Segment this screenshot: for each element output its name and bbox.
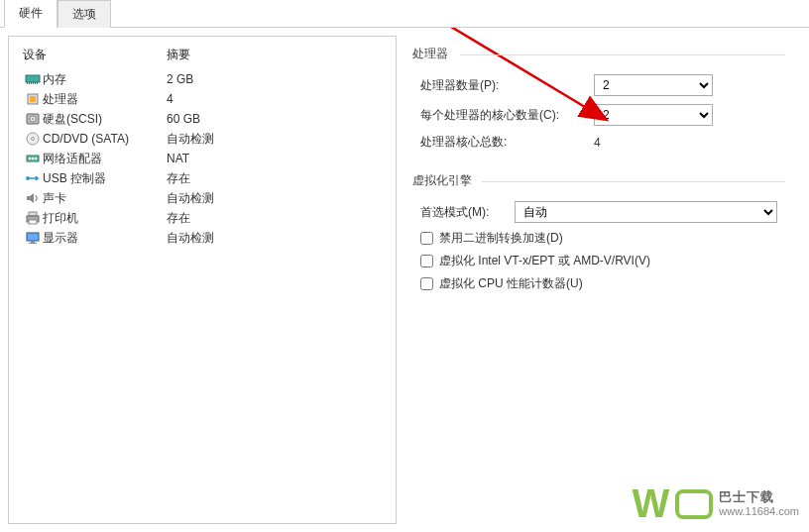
svg-rect-16 bbox=[32, 158, 34, 160]
svg-rect-6 bbox=[37, 82, 38, 84]
svg-rect-3 bbox=[31, 82, 32, 84]
cb-disable-accel[interactable] bbox=[420, 232, 433, 245]
network-icon bbox=[23, 152, 43, 165]
device-row[interactable]: CD/DVD (SATA)自动检测 bbox=[9, 129, 396, 149]
svg-rect-2 bbox=[29, 82, 30, 84]
settings-panel: 处理器 处理器数量(P): 2 每个处理器的核心数量(C): 2 处理器核 bbox=[397, 36, 801, 524]
device-row[interactable]: 内存2 GB bbox=[9, 69, 396, 89]
device-list-header: 设备 摘要 bbox=[9, 41, 396, 69]
tab-hardware[interactable]: 硬件 bbox=[4, 0, 58, 28]
group-engine-title: 虚拟化引擎 bbox=[412, 172, 785, 189]
watermark-title: 巴士下载 bbox=[719, 489, 799, 505]
device-summary: 存在 bbox=[167, 170, 386, 187]
device-name: 声卡 bbox=[43, 190, 167, 207]
device-name: 网络适配器 bbox=[43, 151, 167, 167]
device-row[interactable]: 打印机存在 bbox=[9, 208, 396, 228]
cb-virtualize-vt-label: 虚拟化 Intel VT-x/EPT 或 AMD-V/RVI(V) bbox=[439, 253, 650, 269]
device-list-panel: 设备 摘要 内存2 GB处理器4硬盘(SCSI)60 GBCD/DVD (SAT… bbox=[8, 36, 397, 524]
header-summary: 摘要 bbox=[167, 47, 386, 63]
device-name: 显示器 bbox=[43, 230, 167, 247]
device-row[interactable]: 处理器4 bbox=[9, 89, 396, 109]
cb-disable-accel-label: 禁用二进制转换加速(D) bbox=[439, 230, 563, 247]
watermark: W 巴士下载 www.11684.com bbox=[633, 481, 799, 526]
svg-point-13 bbox=[32, 138, 35, 141]
watermark-logo-box bbox=[675, 489, 713, 519]
cb-virtualize-vt[interactable] bbox=[420, 255, 433, 267]
svg-rect-25 bbox=[29, 243, 37, 244]
device-row[interactable]: 显示器自动检测 bbox=[9, 228, 396, 248]
device-row[interactable]: 硬盘(SCSI)60 GB bbox=[9, 109, 396, 129]
svg-rect-5 bbox=[35, 82, 36, 84]
device-summary: 自动检测 bbox=[167, 190, 386, 207]
device-summary: NAT bbox=[167, 152, 386, 165]
device-summary: 4 bbox=[167, 92, 386, 106]
device-row[interactable]: 网络适配器NAT bbox=[9, 149, 396, 168]
watermark-url: www.11684.com bbox=[719, 505, 799, 518]
svg-rect-24 bbox=[31, 241, 35, 243]
svg-point-11 bbox=[32, 118, 34, 120]
svg-rect-20 bbox=[29, 212, 37, 216]
device-summary: 存在 bbox=[167, 210, 386, 227]
device-summary: 自动检测 bbox=[167, 230, 386, 247]
device-row[interactable]: 声卡自动检测 bbox=[9, 188, 396, 208]
mode-select[interactable]: 自动 bbox=[515, 201, 777, 223]
cores-select[interactable]: 2 bbox=[594, 104, 713, 126]
sound-icon bbox=[23, 191, 43, 205]
watermark-logo-letter: W bbox=[633, 481, 670, 526]
cb-virtualize-perf[interactable] bbox=[420, 277, 433, 290]
device-name: USB 控制器 bbox=[43, 170, 167, 187]
total-cores-label: 处理器核心总数: bbox=[420, 134, 594, 151]
cores-label: 每个处理器的核心数量(C): bbox=[420, 107, 594, 124]
device-name: 打印机 bbox=[43, 210, 167, 227]
disk-icon bbox=[23, 112, 43, 126]
svg-rect-23 bbox=[27, 233, 39, 241]
header-device: 设备 bbox=[23, 47, 167, 63]
svg-rect-15 bbox=[29, 158, 31, 160]
cd-icon bbox=[23, 132, 43, 146]
group-processor-title: 处理器 bbox=[412, 46, 785, 62]
cpu-icon bbox=[23, 92, 43, 106]
total-cores-value: 4 bbox=[594, 136, 777, 150]
device-name: 硬盘(SCSI) bbox=[43, 111, 167, 128]
device-name: 处理器 bbox=[43, 91, 167, 108]
proc-count-label: 处理器数量(P): bbox=[420, 77, 594, 94]
proc-count-select[interactable]: 2 bbox=[594, 74, 713, 96]
display-icon bbox=[23, 231, 43, 245]
svg-rect-8 bbox=[30, 96, 36, 102]
printer-icon bbox=[23, 211, 43, 225]
svg-rect-17 bbox=[35, 158, 37, 160]
device-row[interactable]: USB 控制器存在 bbox=[9, 168, 396, 188]
device-name: CD/DVD (SATA) bbox=[43, 132, 167, 146]
device-name: 内存 bbox=[43, 71, 167, 88]
memory-icon bbox=[23, 72, 43, 86]
svg-rect-4 bbox=[33, 82, 34, 84]
cb-virtualize-perf-label: 虚拟化 CPU 性能计数器(U) bbox=[439, 275, 583, 292]
svg-rect-1 bbox=[27, 82, 28, 84]
usb-icon bbox=[23, 171, 43, 185]
svg-rect-0 bbox=[26, 75, 40, 82]
device-summary: 60 GB bbox=[167, 112, 386, 126]
device-summary: 自动检测 bbox=[167, 131, 386, 148]
device-summary: 2 GB bbox=[167, 72, 386, 86]
mode-label: 首选模式(M): bbox=[420, 204, 515, 221]
tab-options[interactable]: 选项 bbox=[58, 0, 111, 28]
svg-rect-22 bbox=[29, 220, 37, 224]
